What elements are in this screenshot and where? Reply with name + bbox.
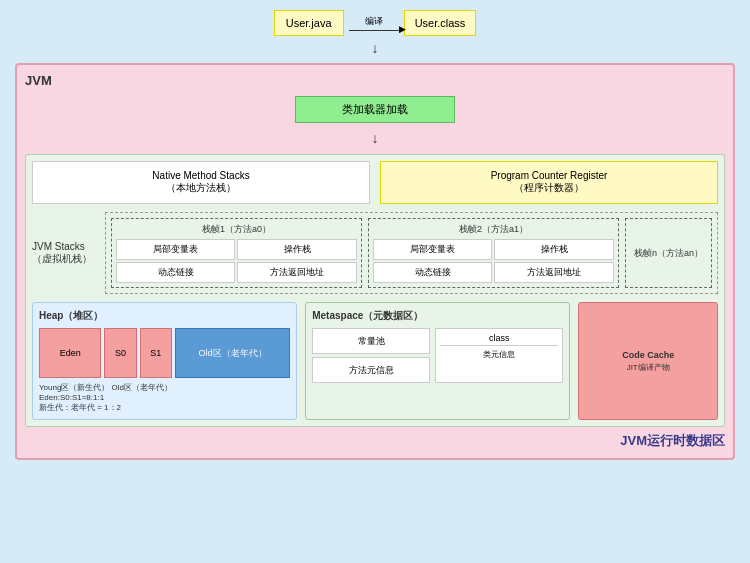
stack-frame-2: 栈帧2（方法a1） 局部变量表 操作栈 动态链接 方法返回地址 <box>368 218 619 288</box>
bottom-row: Heap（堆区） Eden S0 S1 Old区（老年代） Young区（新生代… <box>32 302 718 420</box>
frame2-cell4: 方法返回地址 <box>494 262 614 283</box>
target-file-note: User.class <box>404 10 477 36</box>
source-file-label: User.java <box>286 17 332 29</box>
compilation-flow: User.java 编译 User.class ↓ <box>10 10 740 58</box>
program-counter-title: Program Counter Register <box>396 170 702 181</box>
jvm-stacks-row: JVM Stacks （虚拟机栈） 栈帧1（方法a0） 局部变量表 操作栈 动态… <box>32 212 718 294</box>
frame1-cell3: 动态链接 <box>116 262 235 283</box>
frame2-title: 栈帧2（方法a1） <box>373 223 614 236</box>
arrow-line <box>349 30 399 31</box>
framen-title: 栈帧n（方法an） <box>634 247 703 260</box>
metaspace-title: Metaspace（元数据区） <box>312 309 563 323</box>
compile-arrow: 编译 <box>349 15 399 31</box>
code-cache-box: Code Cache JIT编译产物 <box>578 302 718 420</box>
heap-legend: Young区（新生代） Old区（老年代） Eden:S0:S1=8:1:1 新… <box>39 382 290 413</box>
frame1-cell4: 方法返回地址 <box>237 262 357 283</box>
metaspace-box: Metaspace（元数据区） 常量池 方法元信息 class 类元信息 <box>305 302 570 420</box>
meta-right: class 类元信息 <box>435 328 563 383</box>
main-container: User.java 编译 User.class ↓ JVM 类加载器加载 ↓ <box>0 0 750 563</box>
program-counter: Program Counter Register （程序计数器） <box>380 161 718 204</box>
heap-old: Old区（老年代） <box>175 328 290 378</box>
native-stacks-subtitle: （本地方法栈） <box>48 181 354 195</box>
target-file-label: User.class <box>415 17 466 29</box>
meta-cell-constants: 常量池 <box>312 328 430 354</box>
heap-title: Heap（堆区） <box>39 309 290 323</box>
frame2-cell1: 局部变量表 <box>373 239 492 260</box>
top-stacks-row: Native Method Stacks （本地方法栈） Program Cou… <box>32 161 718 204</box>
meta-cell-methods: 方法元信息 <box>312 357 430 383</box>
frame2-cell2: 操作栈 <box>494 239 614 260</box>
code-cache-title: Code Cache <box>622 350 674 360</box>
down-arrow-icon: ↓ <box>372 41 379 55</box>
meta-klass-label: 类元信息 <box>440 349 558 360</box>
meta-left: 常量池 方法元信息 <box>312 328 430 383</box>
classloader-box: 类加载器加载 <box>295 96 455 123</box>
code-cache-subtitle: JIT编译产物 <box>627 362 670 373</box>
native-method-stacks: Native Method Stacks （本地方法栈） <box>32 161 370 204</box>
classloader-arrow: ↓ <box>372 131 379 145</box>
native-stacks-title: Native Method Stacks <box>48 170 354 181</box>
jvm-inner-area: Native Method Stacks （本地方法栈） Program Cou… <box>25 154 725 427</box>
classloader-label: 类加载器加载 <box>342 103 408 115</box>
heap-s0: S0 <box>104 328 136 378</box>
jvm-stacks-subtitle: （虚拟机栈） <box>32 252 92 266</box>
heap-legend2: Eden:S0:S1=8:1:1 <box>39 393 290 402</box>
frame2-cell3: 动态链接 <box>373 262 492 283</box>
heap-regions: Eden S0 S1 Old区（老年代） <box>39 328 290 378</box>
compile-label: 编译 <box>365 15 383 28</box>
jvm-label: JVM <box>25 73 725 88</box>
stack-frame-1: 栈帧1（方法a0） 局部变量表 操作栈 动态链接 方法返回地址 <box>111 218 362 288</box>
frame1-cell1: 局部变量表 <box>116 239 235 260</box>
meta-class-label: class <box>440 333 558 346</box>
frame1-title: 栈帧1（方法a0） <box>116 223 357 236</box>
heap-box: Heap（堆区） Eden S0 S1 Old区（老年代） Young区（新生代… <box>32 302 297 420</box>
runtime-label: JVM运行时数据区 <box>25 432 725 450</box>
frame2-cells: 局部变量表 操作栈 动态链接 方法返回地址 <box>373 239 614 283</box>
stack-frames-row: 栈帧1（方法a0） 局部变量表 操作栈 动态链接 方法返回地址 栈帧2（方法a1… <box>111 218 712 288</box>
program-counter-subtitle: （程序计数器） <box>396 181 702 195</box>
flow-row: User.java 编译 User.class <box>274 10 477 36</box>
metaspace-inner: 常量池 方法元信息 class 类元信息 <box>312 328 563 383</box>
frame1-cells: 局部变量表 操作栈 动态链接 方法返回地址 <box>116 239 357 283</box>
heap-old-label: Old区（老年代） <box>199 347 267 360</box>
stack-frame-n: 栈帧n（方法an） <box>625 218 712 288</box>
stack-frames-area: 栈帧1（方法a0） 局部变量表 操作栈 动态链接 方法返回地址 栈帧2（方法a1… <box>105 212 718 294</box>
frame1-cell2: 操作栈 <box>237 239 357 260</box>
heap-legend3: 新生代：老年代 = 1：2 <box>39 402 290 413</box>
jvm-box: JVM 类加载器加载 ↓ Native Method Stacks （本地方法栈… <box>15 63 735 460</box>
jvm-stacks-title: JVM Stacks <box>32 241 92 252</box>
jvm-stacks-label: JVM Stacks （虚拟机栈） <box>32 212 97 294</box>
runtime-label-text: JVM运行时数据区 <box>620 433 725 448</box>
source-file-note: User.java <box>274 10 344 36</box>
heap-eden: Eden <box>39 328 101 378</box>
heap-s1: S1 <box>140 328 172 378</box>
heap-legend1: Young区（新生代） Old区（老年代） <box>39 382 290 393</box>
